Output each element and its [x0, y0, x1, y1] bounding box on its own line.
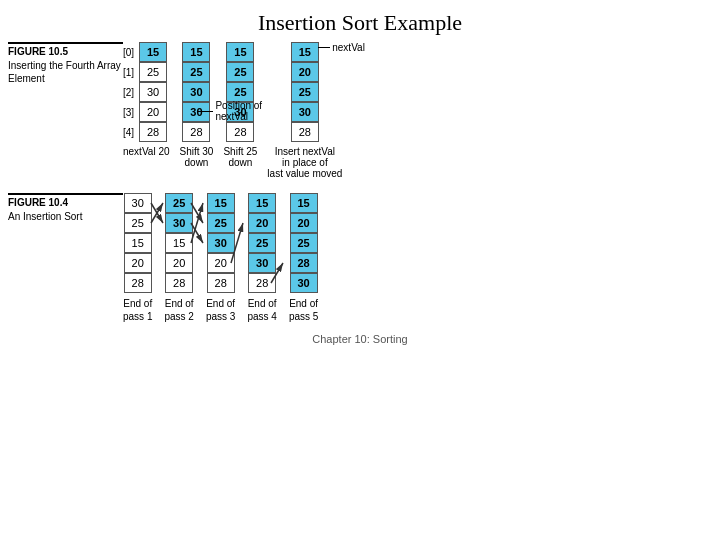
fig105-arrays-container: [0] [1] [2] [3] [4] 15 25 30 20 28: [123, 42, 342, 179]
pass-2-array: 25 30 15 20 28: [165, 193, 193, 293]
cell-1-1: 25: [182, 62, 210, 82]
cell-3-0: 15: [291, 42, 319, 62]
p1-c1: 25: [124, 213, 152, 233]
figure-104-row: FIGURE 10.4 An Insertion Sort 30 25 15 2…: [8, 193, 712, 323]
cell-3-4: 28: [291, 122, 319, 142]
fig104-title: FIGURE 10.4: [8, 193, 123, 208]
fig105-desc: Inserting the Fourth Array Element: [8, 59, 123, 85]
cell-2-4: 28: [226, 122, 254, 142]
p2-c4: 28: [165, 273, 193, 293]
page-title: Insertion Sort Example: [0, 0, 720, 42]
cell-3-3: 30: [291, 102, 319, 122]
pass-3-label: End ofpass 3: [206, 297, 235, 323]
pass-1-label: End ofpass 1: [123, 297, 152, 323]
p4-c1: 20: [248, 213, 276, 233]
fig105-label: FIGURE 10.5 Inserting the Fourth Array E…: [8, 42, 123, 85]
pass-3-group: 15 25 30 20 28 End ofpass 3: [206, 193, 235, 323]
p5-c2: 25: [290, 233, 318, 253]
p3-c3: 20: [207, 253, 235, 273]
fig104-label-block: FIGURE 10.4 An Insertion Sort: [8, 193, 123, 223]
fig105-array2: 15 25 30 30 28: [182, 42, 210, 142]
cell-1-0: 15: [182, 42, 210, 62]
p5-c1: 20: [290, 213, 318, 233]
p1-c0: 30: [124, 193, 152, 213]
fig105-array3-label: Shift 25down: [223, 146, 257, 168]
cell-0-1: 25: [139, 62, 167, 82]
main-content: FIGURE 10.5 Inserting the Fourth Array E…: [0, 42, 720, 323]
pass-4-group: 15 20 25 30 28 End ofpass 4: [247, 193, 276, 323]
p3-c4: 28: [207, 273, 235, 293]
pass-3-array: 15 25 30 20 28: [207, 193, 235, 293]
p2-c0: 25: [165, 193, 193, 213]
cell-3-2: 25: [291, 82, 319, 102]
p4-c2: 25: [248, 233, 276, 253]
p2-c2: 15: [165, 233, 193, 253]
pass-5-array: 15 20 25 28 30: [290, 193, 318, 293]
p3-c2: 30: [207, 233, 235, 253]
footer: Chapter 10: Sorting: [0, 333, 720, 345]
cell-1-2: 30: [182, 82, 210, 102]
pass-4-array: 15 20 25 30 28: [248, 193, 276, 293]
fig105-array4: 15 20 25 30 28: [291, 42, 319, 142]
cell-2-2: 25: [226, 82, 254, 102]
p1-c4: 28: [124, 273, 152, 293]
fig105-array4-wrapper: 15 20 25 30 28 nextVal: [291, 42, 319, 142]
cell-1-4: 28: [182, 122, 210, 142]
fig105-array3: 15 25 25 30 28: [226, 42, 254, 142]
p1-c3: 20: [124, 253, 152, 273]
p4-c0: 15: [248, 193, 276, 213]
p4-c3: 30: [248, 253, 276, 273]
cell-2-0: 15: [226, 42, 254, 62]
pass-1-array: 30 25 15 20 28: [124, 193, 152, 293]
fig104-passes-container: 30 25 15 20 28 End ofpass 1 25 30 15 20: [123, 193, 318, 323]
fig105-array2-label: Shift 30down: [180, 146, 214, 168]
p5-c4: 30: [290, 273, 318, 293]
nextval-right-label: nextVal: [318, 42, 365, 53]
fig105-title: FIGURE 10.5: [8, 42, 123, 57]
pass-2-label: End ofpass 2: [164, 297, 193, 323]
p3-c0: 15: [207, 193, 235, 213]
position-annotation: Position ofnextVal: [197, 100, 262, 122]
fig105-indices: [0] [1] [2] [3] [4]: [123, 42, 136, 142]
p2-c1: 30: [165, 213, 193, 233]
p1-c2: 15: [124, 233, 152, 253]
cell-0-0: 15: [139, 42, 167, 62]
cell-0-2: 30: [139, 82, 167, 102]
fig104-passes-outer: 30 25 15 20 28 End ofpass 1 25 30 15 20: [123, 193, 318, 323]
fig104-desc: An Insertion Sort: [8, 210, 123, 223]
pass-5-label: End ofpass 5: [289, 297, 318, 323]
fig105-array1-label: nextVal 20: [123, 146, 170, 157]
fig105-array1-group: [0] [1] [2] [3] [4] 15 25 30 20 28: [123, 42, 170, 157]
p2-c3: 20: [165, 253, 193, 273]
fig105-array4-group: 15 20 25 30 28 nextVal Insert nextValin …: [267, 42, 342, 179]
pass-2-group: 25 30 15 20 28 End ofpass 2: [164, 193, 193, 323]
fig105-array1: 15 25 30 20 28: [139, 42, 167, 142]
pass-1-group: 30 25 15 20 28 End ofpass 1: [123, 193, 152, 323]
fig105-array4-label: Insert nextValin place oflast value move…: [267, 146, 342, 179]
pass-4-label: End ofpass 4: [247, 297, 276, 323]
figure-105-row: FIGURE 10.5 Inserting the Fourth Array E…: [8, 42, 712, 179]
p5-c0: 15: [290, 193, 318, 213]
cell-0-3: 20: [139, 102, 167, 122]
p5-c3: 28: [290, 253, 318, 273]
fig105-array1-with-index: [0] [1] [2] [3] [4] 15 25 30 20 28: [123, 42, 167, 142]
cell-3-1: 20: [291, 62, 319, 82]
cell-2-1: 25: [226, 62, 254, 82]
fig105-array1-wrapper: 15 25 30 20 28 Position ofnextVal: [139, 42, 167, 142]
pass-5-group: 15 20 25 28 30 End ofpass 5: [289, 193, 318, 323]
p3-c1: 25: [207, 213, 235, 233]
p4-c4: 28: [248, 273, 276, 293]
cell-0-4: 28: [139, 122, 167, 142]
